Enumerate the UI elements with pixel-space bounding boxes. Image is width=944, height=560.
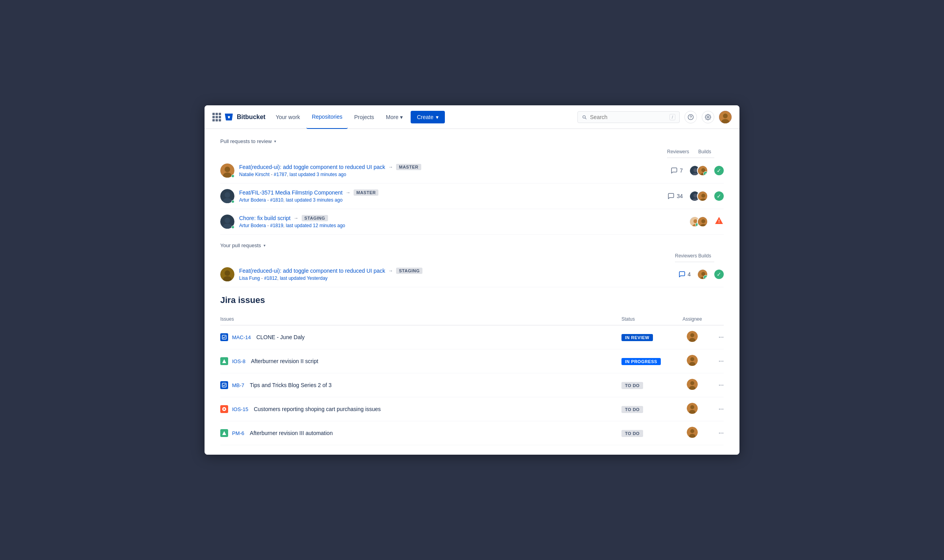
pr-details: Feat(reduced-ui): add toggle component t… <box>239 164 421 177</box>
reviewer-avatar: ✓ <box>697 269 708 280</box>
pr-details: Feat/FIL-3571 Media Filmstrip Component … <box>239 189 378 203</box>
chevron-down-icon: ▾ <box>400 114 403 120</box>
issue-type-icon <box>220 429 228 437</box>
pr-title: Chore: fix build script → STAGING <box>239 215 345 221</box>
your-pr-table: Reviewers Builds <box>220 253 724 288</box>
issue-actions[interactable]: ··· <box>708 397 724 421</box>
issue-actions[interactable]: ··· <box>708 373 724 397</box>
issue-info: MB-7 Tips and Tricks Blog Series 2 of 3 <box>220 381 621 389</box>
issue-type-icon <box>220 381 228 389</box>
issue-key[interactable]: MAC-14 <box>232 334 251 340</box>
pr-info: Feat(reduced-ui): add toggle component t… <box>220 267 675 281</box>
issue-info: PM-6 Afterburner revision III automation <box>220 429 621 437</box>
pr-reviewers: ✓ <box>689 216 714 227</box>
svg-point-25 <box>225 218 230 223</box>
svg-point-22 <box>701 194 705 198</box>
pr-build: ✓ <box>714 183 724 209</box>
assignee-cell <box>677 397 708 421</box>
assignee-cell <box>677 325 708 349</box>
issues-table: Issues Status Assignee <box>220 313 724 445</box>
list-item: PM-6 Afterburner revision III automation… <box>220 421 724 445</box>
issue-status-cell: IN REVIEW <box>621 325 677 349</box>
issue-status-cell: TO DO <box>621 373 677 397</box>
table-row: Feat(reduced-ui): add toggle component t… <box>220 158 724 184</box>
issue-actions[interactable]: ··· <box>708 325 724 349</box>
your-pr-header[interactable]: Your pull requests ▾ <box>220 242 724 248</box>
nav-more[interactable]: More ▾ <box>380 105 408 129</box>
search-icon <box>582 114 587 120</box>
issue-info: MAC-14 CLONE - June Daly <box>220 333 621 341</box>
branch-badge: STAGING <box>396 268 422 274</box>
issue-key[interactable]: MB-7 <box>232 382 244 388</box>
svg-point-51 <box>690 381 694 385</box>
pr-reviewers: ✓ <box>697 269 714 280</box>
create-button[interactable]: Create ▾ <box>411 111 445 123</box>
list-item: MB-7 Tips and Tricks Blog Series 2 of 3 … <box>220 373 724 397</box>
issue-summary: Afterburner revision III automation <box>250 430 333 436</box>
svg-point-4 <box>723 114 728 118</box>
build-success-icon: ✓ <box>714 270 724 279</box>
pr-build: ✓ <box>714 158 724 184</box>
pr-to-review-table: Reviewers Builds <box>220 149 724 235</box>
issue-key[interactable]: IOS-15 <box>232 406 248 412</box>
branch-badge: MASTER <box>354 189 378 196</box>
status-badge: TO DO <box>621 406 643 413</box>
builds-col-header: Builds <box>697 253 714 262</box>
assignee-cell <box>677 373 708 397</box>
issue-summary: Customers reporting shoping cart purchas… <box>254 406 381 412</box>
status-badge: TO DO <box>621 430 643 437</box>
issue-actions[interactable]: ··· <box>708 421 724 445</box>
issues-col-header: Issues <box>220 313 621 325</box>
app-window: Bitbucket Your work Repositories Project… <box>205 105 739 455</box>
pr-comments: 7 <box>667 167 689 174</box>
branch-badge: MASTER <box>396 164 421 170</box>
branch-badge: STAGING <box>302 215 328 221</box>
status-badge: IN REVIEW <box>621 334 653 341</box>
user-avatar[interactable] <box>719 111 732 123</box>
pr-author-avatar <box>220 189 234 203</box>
search-input[interactable] <box>590 114 666 120</box>
issue-key[interactable]: PM-6 <box>232 430 244 436</box>
issue-type-icon <box>220 405 228 413</box>
nav-links: Your work Repositories Projects More ▾ C… <box>270 105 576 129</box>
search-box[interactable]: / <box>577 111 680 123</box>
svg-text:!: ! <box>718 219 720 224</box>
build-success-icon: ✓ <box>714 191 724 201</box>
issue-key[interactable]: IOS-8 <box>232 358 245 364</box>
reviewer-avatar <box>697 216 708 227</box>
issue-status-cell: TO DO <box>621 421 677 445</box>
pr-reviewers: ✓ <box>689 165 714 176</box>
svg-point-2 <box>707 116 709 118</box>
svg-point-54 <box>223 408 225 410</box>
reviewer-avatar: ✓ <box>697 165 708 176</box>
svg-point-16 <box>225 192 230 198</box>
issue-actions[interactable]: ··· <box>708 349 724 373</box>
help-button[interactable] <box>684 111 697 123</box>
grid-icon[interactable] <box>212 113 221 121</box>
assignee-cell <box>677 421 708 445</box>
pr-details: Feat(reduced-ui): add toggle component t… <box>239 268 422 281</box>
pr-to-review-header[interactable]: Pull requests to review ▾ <box>220 138 724 144</box>
section-divider <box>220 235 724 242</box>
issue-summary: Tips and Tricks Blog Series 2 of 3 <box>250 382 332 388</box>
builds-col-header: Builds <box>689 149 714 158</box>
nav-projects[interactable]: Projects <box>348 105 380 129</box>
nav-your-work[interactable]: Your work <box>270 105 306 129</box>
pr-details: Chore: fix build script → STAGING Artur … <box>239 215 345 228</box>
issue-status-cell: IN PROGRESS <box>621 349 677 373</box>
svg-marker-58 <box>222 431 226 435</box>
status-col-header: Status <box>621 313 677 325</box>
status-badge: TO DO <box>621 382 643 389</box>
pr-comments: 4 <box>675 271 697 278</box>
chevron-icon: ▾ <box>264 243 266 248</box>
pr-info: Feat(reduced-ui): add toggle component t… <box>220 163 667 178</box>
navbar: Bitbucket Your work Repositories Project… <box>205 105 739 129</box>
reviewers-col-header: Reviewers <box>675 253 697 262</box>
settings-button[interactable] <box>702 111 714 123</box>
nav-repositories[interactable]: Repositories <box>306 105 348 129</box>
pr-meta: Artur Bodera - #1819, last updated 12 mi… <box>239 223 345 228</box>
issue-info: IOS-8 Afterburner revision II script <box>220 357 621 365</box>
brand: Bitbucket <box>212 112 266 122</box>
main-content: Pull requests to review ▾ Reviewers Buil… <box>205 129 739 455</box>
pr-meta: Artur Bodera - #1810, last updated 3 min… <box>239 197 378 203</box>
